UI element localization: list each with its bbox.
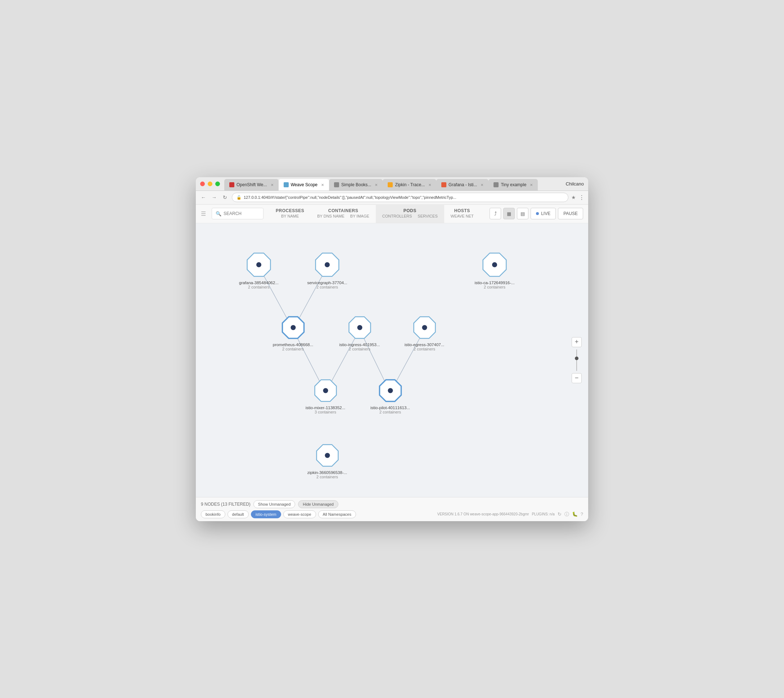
- hide-unmanaged-button[interactable]: Hide Unmanaged: [298, 500, 338, 508]
- browser-window: OpenShift We... ✕ Weave Scope ✕ Simple B…: [196, 177, 588, 521]
- node-svg-istio-egress: [411, 314, 438, 341]
- node-servicegraph[interactable]: servicegraph-37704... 2 containers: [304, 250, 351, 289]
- node-sub-istio-mixer: 3 containers: [315, 410, 336, 414]
- node-istio-egress[interactable]: istio-egress-307407... 2 containers: [402, 314, 447, 351]
- node-label-istio-egress: istio-egress-307407...: [405, 343, 445, 347]
- node-sub-istio-ingress: 2 containers: [349, 347, 371, 351]
- refresh-icon[interactable]: ↻: [558, 512, 562, 517]
- tab-grafana[interactable]: Grafana - Isti... ✕: [436, 179, 489, 191]
- table-view-button[interactable]: ▦: [503, 208, 515, 219]
- sub-item-by-dns-name[interactable]: BY DNS NAME: [317, 214, 344, 218]
- node-label-istio-ca: istio-ca-172649916-...: [474, 281, 514, 285]
- tab-close-tiny[interactable]: ✕: [530, 183, 533, 187]
- reload-button[interactable]: ↻: [221, 193, 229, 201]
- node-shape-istio-ca: [480, 250, 509, 279]
- nav-tab-containers[interactable]: CONTAINERS BY DNS NAMEBY IMAGE: [311, 204, 376, 223]
- fullscreen-button[interactable]: [215, 182, 220, 186]
- live-label: LIVE: [541, 211, 550, 216]
- sub-item-services[interactable]: SERVICES: [418, 214, 437, 218]
- nav-tab-hosts[interactable]: HOSTS WEAVE NET: [444, 204, 480, 223]
- zoom-in-button[interactable]: +: [572, 337, 582, 347]
- ns-tag-bookinfo[interactable]: bookinfo: [201, 510, 225, 518]
- node-svg-servicegraph: [313, 250, 342, 279]
- tab-icon-openshift: [229, 182, 234, 187]
- bottom-row1: 9 NODES (13 FILTERED) Show Unmanaged Hid…: [201, 500, 583, 508]
- sub-item-by-name[interactable]: BY NAME: [281, 214, 299, 218]
- sub-item-by-image[interactable]: BY IMAGE: [350, 214, 369, 218]
- search-box[interactable]: 🔍: [212, 208, 264, 219]
- tab-label-openshift: OpenShift We...: [237, 182, 267, 187]
- ns-tag-default[interactable]: default: [227, 510, 249, 518]
- node-zipkin[interactable]: zipkin-3660596538-... 2 containers: [305, 442, 350, 479]
- sub-item-weave-net[interactable]: WEAVE NET: [451, 214, 474, 218]
- info-icon[interactable]: ⓘ: [565, 511, 569, 518]
- nav-tab-pods[interactable]: PODS CONTROLLERSSERVICES: [376, 204, 444, 223]
- bug-icon[interactable]: 🐛: [572, 512, 578, 517]
- node-svg-istio-mixer: [312, 377, 339, 404]
- chart-view-button[interactable]: ▤: [517, 208, 529, 219]
- node-svg-grafana: [244, 250, 273, 279]
- help-icon[interactable]: ?: [581, 512, 583, 517]
- tab-label-weavescope: Weave Scope: [291, 182, 318, 187]
- forward-button[interactable]: →: [210, 193, 218, 201]
- node-label-istio-pilot: istio-pilot-40111613...: [371, 406, 410, 410]
- node-label-grafana: grafana-385484062...: [239, 281, 278, 285]
- tab-openshift[interactable]: OpenShift We... ✕: [224, 179, 278, 191]
- node-prometheus[interactable]: prometheus-408668... 2 containers: [271, 314, 316, 351]
- live-dot: [536, 212, 539, 215]
- svg-point-7: [290, 325, 295, 330]
- address-field[interactable]: 🔓 127.0.0.1:4040/#!/state/{"controlPipe"…: [232, 193, 568, 202]
- node-label-prometheus: prometheus-408668...: [273, 343, 313, 347]
- tab-label-simplebooks: Simple Books...: [341, 182, 371, 187]
- ns-tag-istio-system[interactable]: istio-system: [251, 510, 281, 518]
- nav-tab-label-hosts: HOSTS: [454, 208, 470, 213]
- node-istio-ingress[interactable]: istio-ingress-401953... 2 containers: [337, 314, 382, 351]
- addressbar: ← → ↻ 🔓 127.0.0.1:4040/#!/state/{"contro…: [196, 191, 588, 205]
- tab-close-grafana[interactable]: ✕: [481, 183, 483, 187]
- live-button[interactable]: LIVE: [530, 208, 556, 219]
- node-grafana[interactable]: grafana-385484062... 2 containers: [236, 250, 282, 289]
- zoom-slider-thumb[interactable]: [575, 356, 578, 360]
- sub-item-controllers[interactable]: CONTROLLERS: [382, 214, 412, 218]
- profile-name: Chilcano: [565, 181, 584, 186]
- zoom-out-button[interactable]: −: [572, 373, 582, 383]
- tab-tiny[interactable]: Tiny example ✕: [489, 179, 538, 191]
- show-unmanaged-button[interactable]: Show Unmanaged: [254, 500, 295, 508]
- tab-close-zipkin[interactable]: ✕: [428, 183, 431, 187]
- node-shape-zipkin: [314, 442, 341, 469]
- back-button[interactable]: ←: [199, 193, 208, 201]
- node-istio-pilot[interactable]: istio-pilot-40111613... 2 containers: [368, 377, 413, 414]
- tab-label-tiny: Tiny example: [501, 182, 526, 187]
- node-label-istio-mixer: istio-mixer-1138352...: [306, 406, 346, 410]
- node-istio-mixer[interactable]: istio-mixer-1138352... 3 containers: [303, 377, 348, 414]
- minimize-button[interactable]: [208, 182, 212, 186]
- pause-button[interactable]: PAUSE: [558, 208, 583, 219]
- tab-zipkin[interactable]: Zipkin - Trace... ✕: [383, 179, 436, 191]
- node-shape-istio-ingress: [346, 314, 373, 341]
- version-info: VERSION 1.6.7 ON weave-scope-app-9664439…: [437, 511, 583, 518]
- search-input[interactable]: [224, 211, 260, 216]
- close-button[interactable]: [200, 182, 205, 186]
- tab-close-weavescope[interactable]: ✕: [321, 183, 324, 187]
- share-button[interactable]: ⤴: [489, 208, 501, 219]
- node-sub-prometheus: 2 containers: [282, 347, 304, 351]
- node-sub-istio-ca: 2 containers: [484, 285, 506, 289]
- hamburger-icon[interactable]: ☰: [201, 210, 206, 217]
- node-sub-grafana: 2 containers: [248, 285, 270, 289]
- svg-point-13: [323, 388, 328, 393]
- nodes-count: 9 NODES (13 FILTERED): [201, 502, 250, 507]
- ns-tag-all-namespaces[interactable]: All Namespaces: [318, 510, 356, 518]
- svg-point-11: [422, 325, 427, 330]
- tab-close-openshift[interactable]: ✕: [271, 183, 273, 187]
- tab-weavescope[interactable]: Weave Scope ✕: [278, 179, 329, 191]
- ns-tag-weave-scope[interactable]: weave-scope: [283, 510, 316, 518]
- node-shape-prometheus: [280, 314, 307, 341]
- tab-simplebooks[interactable]: Simple Books... ✕: [329, 179, 383, 191]
- zoom-slider-track: [576, 349, 577, 371]
- table-icon: ▦: [507, 211, 511, 216]
- node-istio-ca[interactable]: istio-ca-172649916-... 2 containers: [471, 250, 518, 289]
- menu-icon[interactable]: ⋮: [579, 194, 585, 201]
- bookmark-icon[interactable]: ★: [571, 195, 576, 200]
- tab-close-simplebooks[interactable]: ✕: [375, 183, 377, 187]
- nav-tab-processes[interactable]: PROCESSES BY NAME: [269, 204, 311, 223]
